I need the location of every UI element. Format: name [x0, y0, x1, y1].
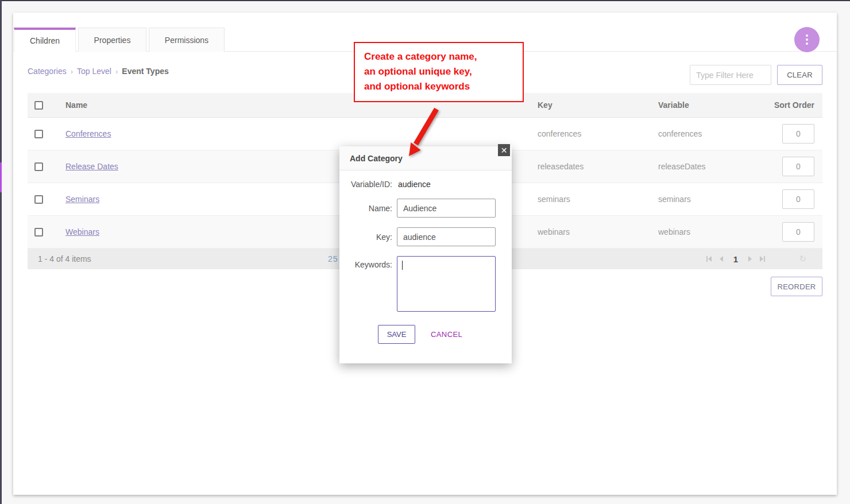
last-page-icon[interactable] — [760, 256, 765, 262]
close-icon[interactable]: ✕ — [498, 144, 510, 156]
name-label: Name: — [339, 204, 397, 213]
modal-buttons: SAVE CANCEL — [378, 325, 512, 344]
tab-properties[interactable]: Properties — [78, 28, 147, 52]
window-top-edge — [0, 0, 850, 1]
ellipsis-icon — [806, 42, 808, 45]
annotation-line: and optional keywords — [364, 79, 523, 94]
category-link[interactable]: Webinars — [65, 227, 99, 237]
tab-permissions[interactable]: Permissions — [149, 28, 225, 52]
name-field[interactable] — [397, 199, 496, 218]
table-row: Conferences conferences conferences — [28, 118, 822, 150]
key-row: Key: — [339, 227, 503, 246]
row-checkbox[interactable] — [34, 162, 43, 171]
modal-header: Add Category — [339, 146, 512, 170]
chevron-right-icon: › — [115, 67, 118, 76]
key-label: Key: — [339, 232, 397, 242]
sort-order-input[interactable] — [782, 124, 814, 144]
sort-order-input[interactable] — [782, 157, 814, 176]
row-checkbox[interactable] — [34, 130, 43, 138]
filter-area: CLEAR — [690, 65, 822, 85]
key-cell: webinars — [524, 227, 644, 237]
keywords-field[interactable] — [397, 256, 496, 312]
chevron-right-icon: › — [71, 67, 73, 76]
window-left-edge — [0, 0, 2, 504]
keywords-row: Keywords: — [339, 256, 503, 314]
category-link[interactable]: Conferences — [65, 129, 111, 138]
breadcrumb-top-level[interactable]: Top Level — [77, 67, 111, 76]
variable-id-value: audience — [397, 180, 431, 189]
current-page-number[interactable]: 1 — [731, 254, 740, 264]
text-cursor — [402, 261, 403, 270]
row-checkbox[interactable] — [34, 195, 43, 204]
row-checkbox[interactable] — [34, 228, 43, 237]
sort-order-input[interactable] — [782, 189, 814, 209]
filter-input[interactable] — [690, 65, 771, 85]
key-cell: seminars — [524, 195, 644, 204]
variable-cell: seminars — [644, 195, 765, 204]
modal-title: Add Category — [350, 154, 403, 163]
save-button[interactable]: SAVE — [378, 325, 415, 344]
refresh-icon[interactable]: ↻ — [799, 254, 806, 264]
next-page-icon[interactable] — [748, 256, 752, 262]
ellipsis-icon — [806, 34, 808, 37]
annotation-callout: Create a category name, an optional uniq… — [354, 42, 524, 102]
left-edge-purple-accent — [0, 162, 2, 192]
breadcrumb-current: Event Types — [122, 67, 168, 76]
header-variable: Variable — [644, 100, 765, 110]
select-all-checkbox[interactable] — [34, 101, 43, 110]
cancel-button[interactable]: CANCEL — [431, 330, 462, 339]
sort-order-input[interactable] — [782, 222, 814, 242]
breadcrumb-categories[interactable]: Categories — [28, 67, 67, 76]
header-sort-order: Sort Order — [765, 100, 822, 110]
key-cell: releasedates — [524, 162, 644, 171]
breadcrumb: Categories › Top Level › Event Types — [28, 67, 169, 76]
reorder-button[interactable]: REORDER — [771, 277, 822, 296]
annotation-line: an optional unique key, — [364, 64, 523, 79]
variable-cell: conferences — [644, 129, 765, 138]
first-page-icon[interactable] — [706, 256, 712, 262]
pager-nav: 1 — [706, 254, 765, 264]
clear-filter-button[interactable]: CLEAR — [777, 65, 822, 85]
key-cell: conferences — [524, 129, 644, 138]
annotation-line: Create a category name, — [364, 49, 523, 64]
keywords-label: Keywords: — [339, 256, 397, 269]
variable-cell: releaseDates — [644, 162, 765, 171]
add-category-modal: Add Category ✕ Variable/ID: audience Nam… — [339, 146, 512, 363]
name-row: Name: — [339, 199, 503, 218]
header-key: Key — [524, 100, 644, 110]
tab-children[interactable]: Children — [14, 28, 76, 52]
category-link[interactable]: Release Dates — [65, 162, 118, 171]
previous-page-icon[interactable] — [720, 256, 723, 262]
ellipsis-icon — [806, 38, 808, 41]
category-link[interactable]: Seminars — [65, 195, 99, 204]
key-field[interactable] — [397, 227, 496, 246]
variable-id-row: Variable/ID: audience — [339, 180, 503, 189]
actions-fab-button[interactable] — [794, 27, 820, 52]
variable-cell: webinars — [644, 227, 765, 237]
pager-status: 1 - 4 of 4 items — [38, 254, 91, 263]
variable-id-label: Variable/ID: — [339, 180, 397, 189]
